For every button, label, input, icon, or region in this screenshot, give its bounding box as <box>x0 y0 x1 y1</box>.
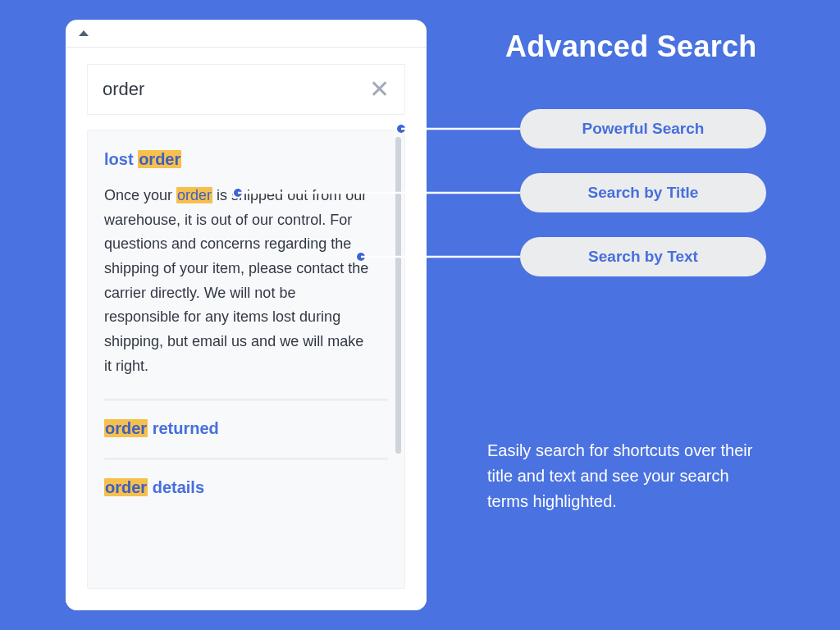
highlight: order <box>104 419 148 437</box>
search-box: ✕ <box>87 64 405 115</box>
callout-powerful-search: Powerful Search <box>520 109 766 148</box>
result-item[interactable]: lost order Once your order is shipped ou… <box>104 150 388 379</box>
result-title: details <box>148 478 204 496</box>
divider <box>104 458 388 460</box>
chevron-up-icon <box>79 30 89 36</box>
page-title: Advanced Search <box>505 30 757 64</box>
panel-collapse-bar[interactable] <box>66 20 427 48</box>
results-list: lost order Once your order is shipped ou… <box>87 130 405 589</box>
clear-icon[interactable]: ✕ <box>369 77 390 102</box>
result-item[interactable]: order details <box>104 478 388 497</box>
search-input[interactable] <box>103 79 369 100</box>
highlight: order <box>104 478 148 496</box>
callout-search-by-title: Search by Title <box>520 173 766 212</box>
result-title: lost order <box>104 150 388 169</box>
panel-body: ✕ lost order Once your order is shipped … <box>66 48 427 610</box>
scrollbar[interactable] <box>395 137 401 454</box>
result-title: returned <box>148 419 219 437</box>
highlight: order <box>138 150 181 168</box>
callout-search-by-text: Search by Text <box>520 237 766 276</box>
feature-description: Easily search for shortcuts over their t… <box>487 438 774 514</box>
result-item[interactable]: order returned <box>104 419 388 438</box>
highlight: order <box>176 187 212 203</box>
result-body: Once your order is shipped out from our … <box>104 184 388 379</box>
divider <box>104 399 388 401</box>
search-panel: ✕ lost order Once your order is shipped … <box>66 20 427 610</box>
